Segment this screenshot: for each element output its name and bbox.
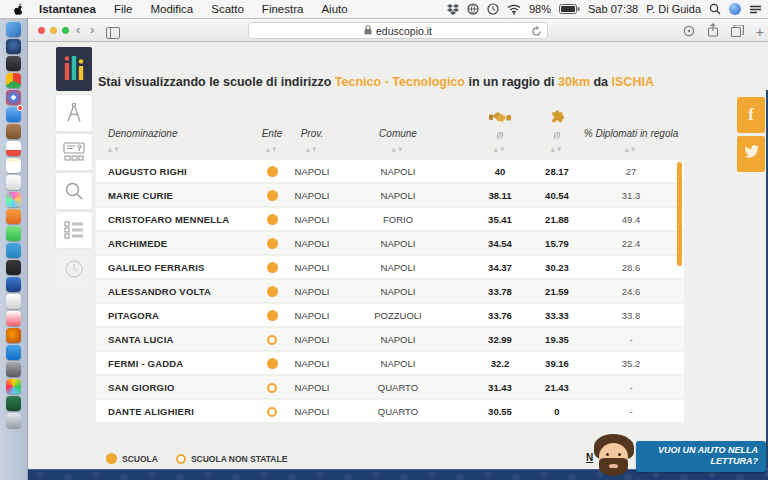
- column-header-prov[interactable]: Prov. ▲▼: [292, 108, 332, 152]
- sort-arrows-icon[interactable]: ▲▼: [494, 146, 506, 152]
- menubar-app-name[interactable]: Istantanea: [30, 3, 105, 15]
- school-name: CRISTOFARO MENNELLA: [96, 214, 252, 225]
- table-row[interactable]: PITAGORA NAPOLI POZZUOLI 33.76 33.33 33.…: [96, 304, 684, 326]
- reader-circle-icon[interactable]: [683, 23, 695, 41]
- address-bar[interactable]: eduscopio.it: [248, 22, 548, 39]
- sort-arrows-icon[interactable]: ▲▼: [306, 146, 318, 152]
- table-row[interactable]: CRISTOFARO MENNELLA NAPOLI FORIO 35.41 2…: [96, 208, 684, 230]
- sidebar-clock-icon[interactable]: [56, 251, 92, 287]
- menu-modifica[interactable]: Modifica: [141, 3, 202, 15]
- table-row[interactable]: GALILEO FERRARIS NAPOLI NAPOLI 34.37 30.…: [96, 256, 684, 278]
- window-zoom-button[interactable]: [62, 27, 69, 34]
- menu-aiuto[interactable]: Aiuto: [312, 3, 356, 15]
- dock-app-icon-numbers[interactable]: [6, 294, 21, 309]
- facebook-share-button[interactable]: f: [737, 97, 765, 133]
- menubar-account[interactable]: P. Di Guida: [646, 3, 701, 15]
- dropbox-icon[interactable]: [447, 4, 459, 15]
- sort-arrows-icon[interactable]: ▲▼: [266, 146, 278, 152]
- school-comune: NAPOLI: [332, 334, 464, 345]
- sidebar-classroom-icon[interactable]: [56, 134, 92, 170]
- menu-file[interactable]: File: [105, 3, 142, 15]
- apple-menu-icon[interactable]: [12, 3, 24, 16]
- school-type-cell: [252, 165, 292, 177]
- tab-overview-icon[interactable]: [731, 23, 744, 41]
- dock-app-icon-game-center[interactable]: [6, 379, 21, 394]
- menubar-clock[interactable]: Sab 07:38: [588, 3, 638, 15]
- help-button[interactable]: VUOI UN AIUTO NELLA LETTURA?: [636, 441, 766, 472]
- dock-app-icon-facetime[interactable]: [6, 243, 21, 258]
- sort-arrows-icon[interactable]: ▲▼: [392, 146, 404, 152]
- dock-app-icon-chrome[interactable]: [6, 73, 21, 88]
- window-close-button[interactable]: [38, 27, 45, 34]
- info-label[interactable]: (i): [554, 130, 561, 139]
- column-header-ente[interactable]: Ente ▲▼: [252, 108, 292, 152]
- table-row[interactable]: MARIE CURIE NAPOLI NAPOLI 38.11 40.54 31…: [96, 184, 684, 206]
- dock-app-icon-messages[interactable]: [6, 226, 21, 241]
- forward-button[interactable]: ›: [90, 22, 94, 38]
- sidebar-checklist-icon[interactable]: [56, 212, 92, 248]
- table-row[interactable]: AUGUSTO RIGHI NAPOLI NAPOLI 40 28.17 27: [96, 160, 684, 182]
- diplomati-in-regola-value: 27: [578, 166, 684, 177]
- dock-app-icon-textedit[interactable]: [6, 175, 21, 190]
- back-button[interactable]: ‹: [76, 22, 80, 38]
- info-label[interactable]: (i): [497, 130, 504, 139]
- dock-app-icon-photos[interactable]: [6, 192, 21, 207]
- dock-app-icon-sketch[interactable]: [6, 260, 21, 275]
- dock-app-icon-folder[interactable]: [6, 124, 21, 139]
- dock-app-icon-appstore[interactable]: [6, 345, 21, 360]
- dock-app-icon-notes[interactable]: [6, 158, 21, 173]
- column-header-diplomati[interactable]: % Diplomati in regola ▲▼: [578, 108, 684, 152]
- table-row[interactable]: SAN GIORGIO NAPOLI QUARTO 31.43 21.43 -: [96, 376, 684, 398]
- table-row[interactable]: SANTA LUCIA NAPOLI NAPOLI 32.99 19.35 -: [96, 328, 684, 350]
- menu-scatto[interactable]: Scatto: [202, 3, 253, 15]
- dock-app-icon-word[interactable]: [6, 277, 21, 292]
- page-title: Stai visualizzando le scuole di indirizz…: [98, 75, 718, 89]
- wifi-icon[interactable]: [507, 4, 521, 15]
- sort-arrows-icon[interactable]: ▲▼: [108, 146, 120, 152]
- table-row[interactable]: FERMI - GADDA NAPOLI NAPOLI 32.2 39.16 3…: [96, 352, 684, 374]
- dock-app-icon-trash[interactable]: [6, 413, 21, 428]
- table-row[interactable]: ALESSANDRO VOLTA NAPOLI NAPOLI 33.78 21.…: [96, 280, 684, 302]
- helper-avatar[interactable]: [591, 434, 639, 480]
- column-header-indice-puzzle[interactable]: (i) ▲▼: [536, 108, 578, 152]
- sort-arrows-icon[interactable]: ▲▼: [551, 146, 563, 152]
- dock-app-icon-music[interactable]: [6, 311, 21, 326]
- dock-app-icon-safari[interactable]: [6, 39, 21, 54]
- sidebar-compass-icon[interactable]: [56, 95, 92, 131]
- dock-app-icon-camera[interactable]: [6, 56, 21, 71]
- dock-app-icon-mail[interactable]: [6, 107, 21, 122]
- column-header-denominazione[interactable]: Denominazione ▲▼: [96, 108, 252, 152]
- sidebar-search-icon[interactable]: [56, 173, 92, 209]
- menu-finestra[interactable]: Finestra: [253, 3, 313, 15]
- twitter-icon: [743, 145, 760, 163]
- dock-app-icon-finder[interactable]: [6, 22, 21, 37]
- reload-icon[interactable]: [531, 26, 542, 39]
- dock-app-icon-firefox[interactable]: [6, 328, 21, 343]
- dock-app-icon-calendar[interactable]: [6, 141, 21, 156]
- indice-occupazione-value: 30.55: [464, 406, 536, 417]
- sidebar-toggle-icon[interactable]: [106, 25, 120, 43]
- dock-app-icon-browser[interactable]: [6, 90, 21, 105]
- column-header-comune[interactable]: Comune ▲▼: [332, 108, 464, 152]
- time-machine-icon[interactable]: [487, 3, 499, 15]
- spotlight-icon[interactable]: [709, 3, 721, 15]
- table-scrollbar[interactable]: [677, 162, 682, 266]
- column-header-indice-handshake[interactable]: (i) ▲▼: [464, 108, 536, 152]
- status-globe-icon[interactable]: [467, 3, 479, 15]
- dock-app-icon-utility[interactable]: [6, 396, 21, 411]
- eduscopio-logo[interactable]: [56, 47, 92, 95]
- dock-app-icon-settings[interactable]: [6, 362, 21, 377]
- twitter-share-button[interactable]: [737, 136, 765, 172]
- siri-icon[interactable]: [729, 3, 741, 15]
- table-row[interactable]: ARCHIMEDE NAPOLI NAPOLI 34.54 15.79 22.4: [96, 232, 684, 254]
- share-icon[interactable]: [707, 23, 719, 41]
- school-type-cell: [252, 237, 292, 249]
- notification-center-icon[interactable]: [749, 4, 762, 15]
- dock-app-icon-preview[interactable]: [6, 209, 21, 224]
- battery-icon[interactable]: [559, 4, 580, 14]
- sort-arrows-icon[interactable]: ▲▼: [625, 146, 637, 152]
- new-tab-button[interactable]: +: [756, 25, 764, 39]
- school-type-dot: [267, 262, 278, 273]
- table-row[interactable]: DANTE ALIGHIERI NAPOLI QUARTO 30.55 0 -: [96, 400, 684, 422]
- window-minimize-button[interactable]: [50, 27, 57, 34]
